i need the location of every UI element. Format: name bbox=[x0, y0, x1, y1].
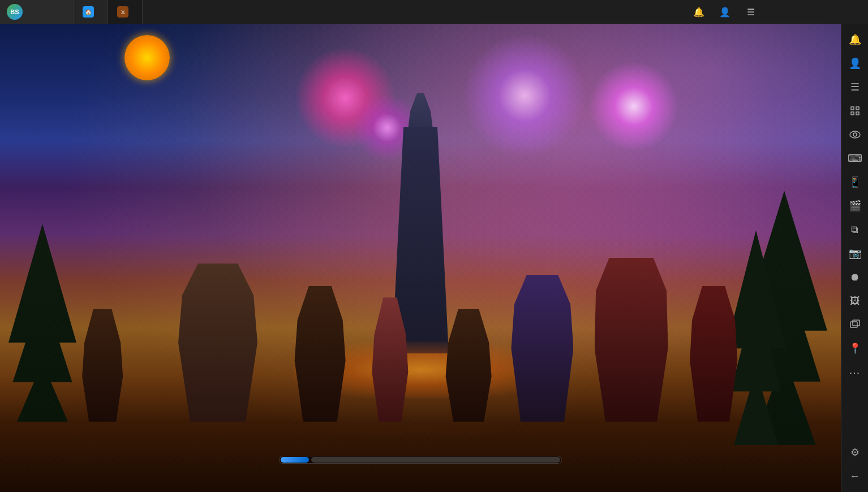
character-4 bbox=[367, 297, 412, 422]
character-1 bbox=[80, 309, 125, 422]
character-8 bbox=[685, 286, 742, 422]
svg-rect-3 bbox=[856, 112, 859, 115]
menu-titlebar-btn[interactable]: ☰ bbox=[738, 0, 764, 24]
eye-icon[interactable] bbox=[844, 123, 866, 146]
gallery-icon[interactable]: 🖼 bbox=[844, 290, 866, 312]
tab-bar: 🏠 ⚔ bbox=[74, 0, 686, 24]
character-7 bbox=[595, 258, 668, 422]
minimize-button[interactable] bbox=[764, 0, 790, 24]
account-titlebar-btn[interactable]: 👤 bbox=[712, 0, 738, 24]
notification-icon[interactable]: 🔔 bbox=[844, 28, 866, 51]
character-2 bbox=[178, 264, 257, 422]
back-button[interactable] bbox=[842, 0, 868, 24]
anniversary-badge bbox=[124, 35, 170, 80]
svg-rect-6 bbox=[850, 322, 857, 327]
location-icon[interactable]: 📍 bbox=[844, 337, 866, 360]
window-controls: 🔔 👤 ☰ bbox=[686, 0, 868, 24]
multi-instance-icon[interactable] bbox=[844, 313, 866, 336]
home-tab-icon: 🏠 bbox=[83, 6, 94, 18]
close-button[interactable] bbox=[816, 0, 842, 24]
maximize-button[interactable] bbox=[790, 0, 816, 24]
character-3 bbox=[292, 286, 349, 422]
character-5 bbox=[443, 309, 494, 422]
firework-2 bbox=[462, 33, 587, 158]
back-icon[interactable]: ← bbox=[844, 465, 866, 487]
game-background[interactable] bbox=[0, 24, 841, 492]
svg-rect-7 bbox=[853, 320, 860, 326]
firework-3 bbox=[588, 61, 679, 152]
tab-game[interactable]: ⚔ bbox=[108, 0, 143, 24]
settings-icon[interactable]: ⚙ bbox=[844, 441, 866, 464]
video-record-icon[interactable]: 🎬 bbox=[844, 195, 866, 217]
keyboard-icon[interactable]: ⌨ bbox=[844, 147, 866, 170]
screen-record-icon[interactable]: ⏺ bbox=[844, 266, 866, 288]
loading-area bbox=[279, 448, 562, 464]
loading-bar-empty bbox=[311, 457, 560, 463]
main-content bbox=[0, 24, 841, 492]
svg-rect-0 bbox=[851, 107, 854, 110]
account-icon[interactable]: 👤 bbox=[844, 52, 866, 75]
phone-icon[interactable]: 📱 bbox=[844, 171, 866, 193]
svg-rect-1 bbox=[856, 107, 859, 110]
camera-icon[interactable]: 📷 bbox=[844, 242, 866, 265]
notification-titlebar-btn[interactable]: 🔔 bbox=[686, 0, 712, 24]
characters-area bbox=[42, 230, 798, 422]
svg-rect-2 bbox=[851, 112, 854, 115]
fullscreen-icon[interactable] bbox=[844, 100, 866, 122]
copy-icon[interactable]: ⧉ bbox=[844, 218, 866, 241]
titlebar: BS 🏠 ⚔ 🔔 👤 ☰ bbox=[0, 0, 868, 24]
sidebar: 🔔 👤 ☰ ⌨ 📱 🎬 ⧉ 📷 ⏺ 🖼 📍 ··· ⚙ ← bbox=[841, 24, 868, 492]
svg-point-5 bbox=[853, 133, 857, 136]
game-tab-icon: ⚔ bbox=[117, 6, 128, 18]
bluestacks-logo[interactable]: BS bbox=[0, 0, 74, 24]
svg-point-4 bbox=[850, 131, 860, 138]
loading-bar-container bbox=[279, 456, 562, 464]
tab-home[interactable]: 🏠 bbox=[74, 0, 108, 24]
bluestacks-icon: BS bbox=[7, 4, 23, 20]
more-options-icon[interactable]: ··· bbox=[844, 361, 866, 383]
loading-bar-filled bbox=[281, 457, 309, 463]
character-6 bbox=[511, 275, 573, 422]
menu-icon[interactable]: ☰ bbox=[844, 76, 866, 98]
